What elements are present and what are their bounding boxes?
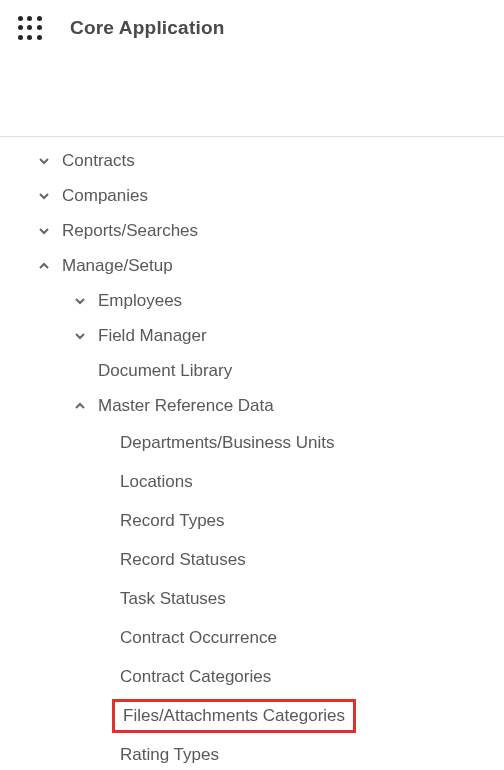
nav-item-record-statuses[interactable]: Record Statuses: [0, 540, 504, 579]
nav-item-label: Record Types: [120, 511, 225, 531]
header-spacer: [0, 56, 504, 136]
header: Core Application: [0, 0, 504, 56]
chevron-down-icon: [72, 330, 88, 342]
nav-item-record-types[interactable]: Record Types: [0, 501, 504, 540]
nav-item-document-library[interactable]: Document Library: [0, 353, 504, 388]
nav-tree: Contracts Companies Reports/Searches Man…: [0, 137, 504, 770]
nav-item-contracts[interactable]: Contracts: [0, 143, 504, 178]
nav-item-label: Contract Occurrence: [120, 628, 277, 648]
nav-item-companies[interactable]: Companies: [0, 178, 504, 213]
nav-item-reports-searches[interactable]: Reports/Searches: [0, 213, 504, 248]
nav-item-label: Locations: [120, 472, 193, 492]
nav-item-label: Contracts: [62, 151, 135, 171]
nav-item-contract-categories[interactable]: Contract Categories: [0, 657, 504, 696]
chevron-down-icon: [36, 155, 52, 167]
nav-item-label: Record Statuses: [120, 550, 246, 570]
nav-item-contract-occurrence[interactable]: Contract Occurrence: [0, 618, 504, 657]
nav-item-label: Rating Types: [120, 745, 219, 765]
nav-item-label: Contract Categories: [120, 667, 271, 687]
chevron-down-icon: [36, 190, 52, 202]
nav-item-label: Master Reference Data: [98, 396, 274, 416]
nav-item-label: Employees: [98, 291, 182, 311]
nav-item-label: Document Library: [98, 361, 232, 381]
chevron-down-icon: [72, 295, 88, 307]
nav-item-label: Field Manager: [98, 326, 207, 346]
nav-item-field-manager[interactable]: Field Manager: [0, 318, 504, 353]
nav-item-master-reference-data[interactable]: Master Reference Data: [0, 388, 504, 423]
nav-item-employees[interactable]: Employees: [0, 283, 504, 318]
nav-item-departments-business-units[interactable]: Departments/Business Units: [0, 423, 504, 462]
nav-item-label: Task Statuses: [120, 589, 226, 609]
nav-item-label: Companies: [62, 186, 148, 206]
chevron-down-icon: [36, 225, 52, 237]
chevron-up-icon: [72, 400, 88, 412]
chevron-up-icon: [36, 260, 52, 272]
nav-item-label: Departments/Business Units: [120, 433, 334, 453]
nav-item-manage-setup[interactable]: Manage/Setup: [0, 248, 504, 283]
nav-item-task-statuses[interactable]: Task Statuses: [0, 579, 504, 618]
apps-grid-icon[interactable]: [18, 16, 42, 40]
nav-item-locations[interactable]: Locations: [0, 462, 504, 501]
nav-item-label: Files/Attachments Categories: [112, 699, 356, 733]
nav-item-label: Reports/Searches: [62, 221, 198, 241]
nav-item-label: Manage/Setup: [62, 256, 173, 276]
nav-item-files-attachments-categories[interactable]: Files/Attachments Categories: [0, 696, 504, 735]
app-title: Core Application: [70, 17, 225, 39]
nav-item-rating-types[interactable]: Rating Types: [0, 735, 504, 770]
